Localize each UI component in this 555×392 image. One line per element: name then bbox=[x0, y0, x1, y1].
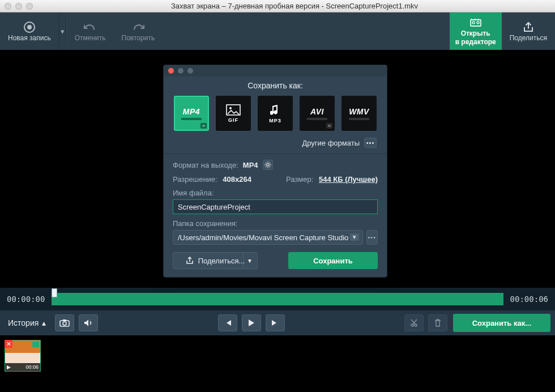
output-format-label: Формат на выходе: bbox=[173, 161, 238, 169]
format-settings-button[interactable] bbox=[263, 160, 273, 170]
svg-point-9 bbox=[63, 322, 66, 325]
share-icon bbox=[520, 20, 536, 34]
time-end: 00:00:06 bbox=[510, 295, 548, 304]
chevron-up-icon: ▴ bbox=[42, 318, 46, 327]
share-label: Поделиться bbox=[510, 34, 547, 42]
format-mp3[interactable]: MP3 bbox=[258, 96, 293, 131]
format-avi[interactable]: AVI » bbox=[300, 96, 335, 131]
play-button[interactable] bbox=[242, 314, 261, 331]
dialog-close-icon[interactable] bbox=[168, 68, 174, 74]
open-editor-label-1: Открыть bbox=[461, 29, 490, 38]
thumbnail-strip: ✕ ▶ 00:06 bbox=[0, 335, 555, 392]
image-icon bbox=[226, 104, 241, 116]
folder-value: /Users/admin/Movies/Movavi Screen Captur… bbox=[178, 233, 348, 242]
video-badge-icon bbox=[32, 342, 39, 347]
format-mp3-label: MP3 bbox=[269, 118, 281, 123]
main-toolbar: Новая запись ▾ Отменить Повторить Открыт… bbox=[0, 12, 555, 50]
preview-stage: Сохранить как: MP4 » GIF MP3 AVI bbox=[0, 50, 555, 288]
music-note-icon bbox=[270, 104, 280, 116]
dialog-save-button[interactable]: Сохранить bbox=[288, 252, 378, 269]
film-strip-icon bbox=[181, 118, 202, 120]
delete-button[interactable] bbox=[428, 314, 447, 331]
timeline: 00:00:00 00:00:06 bbox=[0, 288, 555, 310]
format-mp4[interactable]: MP4 » bbox=[174, 96, 209, 131]
folder-select[interactable]: /Users/admin/Movies/Movavi Screen Captur… bbox=[173, 230, 363, 245]
undo-label: Отменить bbox=[75, 34, 106, 42]
film-strip-icon bbox=[307, 118, 327, 120]
toolbar-spacer bbox=[163, 12, 450, 50]
browse-folder-button[interactable]: ••• bbox=[366, 230, 378, 245]
format-row: MP4 » GIF MP3 AVI » bbox=[164, 96, 387, 134]
close-window-icon[interactable] bbox=[5, 3, 11, 10]
redo-button[interactable]: Повторить bbox=[114, 12, 163, 50]
filename-label: Имя файла: bbox=[173, 189, 378, 197]
new-record-button[interactable]: Новая запись bbox=[0, 12, 59, 50]
svg-point-11 bbox=[411, 324, 413, 326]
other-formats-row: Другие форматы ••• bbox=[164, 134, 387, 154]
dialog-panel: Формат на выходе: MP4 Разрешение: 408x26… bbox=[164, 154, 387, 277]
save-as-button[interactable]: Сохранить как... bbox=[453, 314, 550, 332]
camera-icon bbox=[59, 319, 70, 327]
filename-input[interactable] bbox=[173, 199, 378, 214]
format-mp4-more-icon[interactable]: » bbox=[200, 123, 207, 129]
clip-thumbnail[interactable]: ✕ ▶ 00:06 bbox=[5, 340, 41, 372]
zoom-window-icon[interactable] bbox=[26, 3, 33, 10]
titlebar: Захват экрана – 7-дневная пробная версия… bbox=[0, 0, 555, 12]
svg-point-12 bbox=[415, 324, 417, 326]
resolution-value: 408x264 bbox=[223, 175, 251, 184]
format-wmv[interactable]: WMV bbox=[341, 96, 377, 131]
format-gif[interactable]: GIF bbox=[216, 96, 251, 131]
dialog-minimize-icon[interactable] bbox=[178, 68, 183, 74]
redo-icon bbox=[130, 20, 146, 34]
redo-label: Повторить bbox=[122, 34, 155, 42]
resolution-size-row: Разрешение: 408x264 Размер: 544 КБ (Лучш… bbox=[173, 175, 378, 184]
size-label: Размер: bbox=[286, 175, 313, 184]
cut-button[interactable] bbox=[404, 314, 424, 331]
other-formats-label[interactable]: Другие форматы bbox=[302, 139, 360, 147]
dialog-share-label: Поделиться... bbox=[198, 257, 245, 265]
dialog-zoom-icon[interactable] bbox=[187, 68, 193, 74]
dialog-actions: Поделиться... ▼ Сохранить bbox=[173, 250, 378, 269]
size-value[interactable]: 544 КБ (Лучшее) bbox=[319, 175, 378, 184]
format-gif-label: GIF bbox=[228, 117, 238, 123]
format-wmv-label: WMV bbox=[349, 107, 369, 116]
chevron-down-icon: ▼ bbox=[247, 258, 253, 264]
playhead[interactable] bbox=[52, 288, 57, 297]
other-formats-button[interactable]: ••• bbox=[364, 138, 377, 148]
prev-button[interactable] bbox=[218, 314, 237, 331]
open-in-editor-button[interactable]: Открыть в редакторе bbox=[450, 12, 502, 50]
timeline-track[interactable] bbox=[52, 293, 503, 305]
history-button[interactable]: История ▴ bbox=[5, 318, 49, 327]
thumb-footer: ▶ 00:06 bbox=[5, 363, 40, 371]
gear-icon bbox=[264, 161, 271, 168]
save-as-dialog: Сохранить как: MP4 » GIF MP3 AVI bbox=[163, 65, 387, 278]
output-format-row: Формат на выходе: MP4 bbox=[173, 160, 378, 170]
play-icon bbox=[248, 319, 255, 327]
remove-clip-button[interactable]: ✕ bbox=[5, 340, 12, 348]
minimize-window-icon[interactable] bbox=[15, 3, 22, 10]
format-avi-more-icon[interactable]: » bbox=[326, 123, 332, 129]
window-controls bbox=[5, 3, 33, 10]
undo-button[interactable]: Отменить bbox=[67, 12, 114, 50]
trash-icon bbox=[434, 319, 442, 327]
undo-icon bbox=[82, 20, 98, 34]
history-label: История bbox=[8, 318, 39, 327]
skip-forward-icon bbox=[271, 319, 279, 327]
speaker-icon bbox=[83, 319, 93, 327]
new-record-label: Новая запись bbox=[8, 34, 51, 42]
svg-point-1 bbox=[27, 25, 32, 29]
snapshot-button[interactable] bbox=[55, 314, 74, 331]
format-mp4-label: MP4 bbox=[183, 107, 200, 116]
share-button[interactable]: Поделиться bbox=[502, 12, 555, 50]
film-icon bbox=[468, 16, 484, 29]
next-button[interactable] bbox=[266, 314, 285, 331]
thumb-duration: 00:06 bbox=[25, 364, 39, 370]
dialog-share-button[interactable]: Поделиться... ▼ bbox=[173, 252, 258, 269]
new-record-dropdown[interactable]: ▾ bbox=[59, 12, 66, 50]
play-mini-icon: ▶ bbox=[7, 364, 11, 370]
format-avi-label: AVI bbox=[310, 107, 324, 116]
record-icon bbox=[22, 20, 37, 34]
volume-button[interactable] bbox=[79, 314, 98, 331]
output-format-value: MP4 bbox=[243, 161, 258, 169]
resolution-label: Разрешение: bbox=[173, 175, 217, 184]
